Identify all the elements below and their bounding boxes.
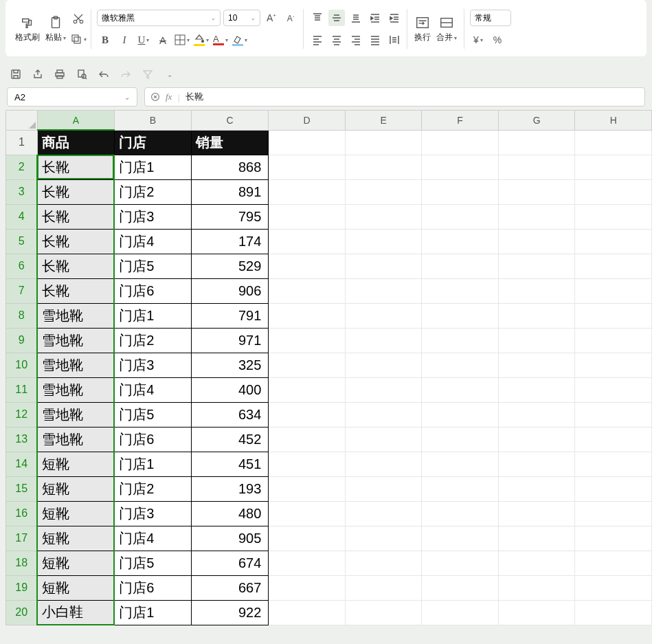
cell[interactable] [345, 155, 422, 179]
cell[interactable] [269, 328, 346, 353]
cell[interactable] [422, 179, 499, 204]
cell[interactable] [422, 476, 499, 501]
cell[interactable] [422, 328, 499, 353]
cell[interactable] [422, 402, 499, 427]
cell[interactable] [345, 303, 422, 328]
cell[interactable] [345, 328, 422, 353]
cell[interactable]: 门店2 [114, 476, 191, 501]
cell[interactable]: 门店1 [114, 303, 191, 328]
row-header[interactable]: 5 [6, 229, 37, 254]
cell[interactable] [575, 353, 652, 377]
cell[interactable]: 雪地靴 [37, 303, 114, 328]
cell[interactable] [575, 204, 652, 229]
cell[interactable] [269, 452, 346, 476]
cell[interactable]: 868 [191, 155, 268, 179]
font-color-button[interactable]: A▾ [212, 32, 229, 48]
cell[interactable] [498, 328, 575, 353]
currency-button[interactable]: ¥▾ [470, 32, 486, 48]
cell[interactable]: 商品 [37, 130, 114, 155]
cell[interactable] [422, 551, 499, 575]
cell[interactable] [498, 402, 575, 427]
format-painter-button[interactable]: 格式刷 [12, 14, 43, 45]
cell[interactable]: 长靴 [37, 254, 114, 278]
borders-button[interactable]: ▾ [174, 32, 190, 48]
cell[interactable] [498, 303, 575, 328]
column-header[interactable]: G [498, 111, 575, 130]
cell[interactable] [345, 353, 422, 377]
row-header[interactable]: 19 [6, 575, 37, 600]
paste-button[interactable]: 粘贴▾ [43, 14, 69, 45]
cell[interactable] [498, 130, 575, 155]
cell[interactable] [345, 130, 422, 155]
cell[interactable] [575, 303, 652, 328]
cell[interactable]: 门店1 [114, 600, 191, 625]
cell[interactable]: 门店6 [114, 278, 191, 303]
cell[interactable] [345, 501, 422, 526]
more-button[interactable]: ⌄ [164, 68, 176, 80]
cell[interactable] [498, 278, 575, 303]
share-button[interactable] [32, 68, 44, 80]
decrease-indent-button[interactable] [367, 10, 383, 26]
cell[interactable] [345, 254, 422, 278]
cell[interactable] [269, 402, 346, 427]
cell[interactable] [269, 155, 346, 179]
cell[interactable] [575, 501, 652, 526]
cell[interactable]: 529 [191, 254, 268, 278]
cell[interactable] [422, 130, 499, 155]
cell[interactable] [345, 229, 422, 254]
row-header[interactable]: 18 [6, 551, 37, 575]
cancel-icon[interactable] [151, 93, 160, 102]
cell[interactable] [269, 551, 346, 575]
column-header[interactable]: C [191, 111, 268, 130]
cell[interactable]: 451 [191, 452, 268, 476]
cell[interactable] [498, 575, 575, 600]
cell[interactable]: 长靴 [37, 204, 114, 229]
cell[interactable]: 480 [191, 501, 268, 526]
cell[interactable] [575, 155, 652, 179]
cell[interactable] [422, 377, 499, 402]
row-header[interactable]: 10 [6, 353, 37, 377]
cell[interactable] [269, 377, 346, 402]
cell[interactable] [269, 526, 346, 551]
strikethrough-button[interactable]: A [155, 32, 171, 48]
cell[interactable]: 门店5 [114, 254, 191, 278]
cell[interactable] [422, 278, 499, 303]
align-left-button[interactable] [309, 32, 326, 48]
cell[interactable] [269, 501, 346, 526]
cell[interactable] [422, 526, 499, 551]
cell[interactable]: 门店5 [114, 402, 191, 427]
cell[interactable] [422, 303, 499, 328]
cell[interactable] [345, 402, 422, 427]
column-header[interactable]: D [269, 111, 346, 130]
row-header[interactable]: 13 [6, 427, 37, 452]
row-header[interactable]: 7 [6, 278, 37, 303]
cell[interactable]: 674 [191, 551, 268, 575]
cell[interactable] [422, 204, 499, 229]
cell[interactable] [498, 600, 575, 625]
row-header[interactable]: 17 [6, 526, 37, 551]
cell[interactable]: 795 [191, 204, 268, 229]
cell[interactable] [575, 229, 652, 254]
cell[interactable] [498, 377, 575, 402]
cell[interactable] [575, 278, 652, 303]
cell[interactable] [345, 600, 422, 625]
cell[interactable] [345, 427, 422, 452]
column-header[interactable]: F [422, 111, 499, 130]
save-button[interactable] [10, 68, 22, 80]
row-header[interactable]: 9 [6, 328, 37, 353]
column-header[interactable]: B [114, 111, 191, 130]
print-button[interactable] [54, 68, 66, 80]
row-header[interactable]: 11 [6, 377, 37, 402]
cell[interactable]: 174 [191, 229, 268, 254]
cell[interactable]: 长靴 [37, 229, 114, 254]
cell[interactable]: 门店5 [114, 551, 191, 575]
column-header[interactable]: H [575, 111, 652, 130]
cell[interactable]: 905 [191, 526, 268, 551]
cell[interactable]: 门店4 [114, 229, 191, 254]
cell[interactable] [575, 600, 652, 625]
cell[interactable]: 短靴 [37, 551, 114, 575]
cell[interactable]: 791 [191, 303, 268, 328]
cell[interactable] [269, 130, 346, 155]
cell[interactable] [498, 155, 575, 179]
row-header[interactable]: 4 [6, 204, 37, 229]
